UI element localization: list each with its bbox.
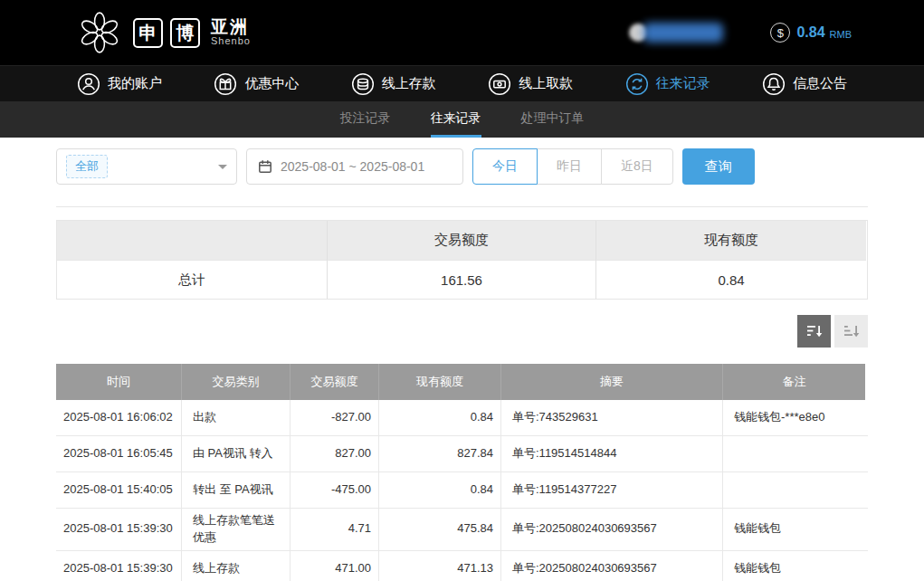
nav-item-promotions[interactable]: 优惠中心 — [214, 72, 299, 96]
summary-header-blank — [57, 221, 327, 260]
main-nav: 我的账户 优惠中心 线上存款 — [0, 65, 924, 101]
table-row: 2025-08-01 15:39:30 线上存款笔笔送优惠 4.71 475.8… — [56, 509, 868, 551]
cell-summary: 单号:743529631 — [500, 400, 722, 435]
last-8-days-button[interactable]: 近8日 — [601, 148, 673, 185]
cell-balance: 471.13 — [378, 551, 500, 581]
logo-region-text: 亚洲 — [211, 18, 251, 36]
balance-display: $ 0.84 RMB — [770, 23, 852, 43]
nav-item-announcements[interactable]: 信息公告 — [762, 72, 847, 96]
tab-betting-records[interactable]: 投注记录 — [340, 101, 391, 138]
query-button[interactable]: 查询 — [682, 148, 755, 185]
cell-amount: 471.00 — [290, 551, 378, 581]
sort-descending-button[interactable] — [797, 315, 831, 348]
cell-balance: 0.84 — [378, 472, 500, 508]
nav-label: 线上取款 — [519, 75, 573, 92]
username-blur — [643, 23, 723, 43]
nav-item-my-account[interactable]: 我的账户 — [77, 72, 162, 96]
summary-total-amount: 161.56 — [327, 260, 595, 299]
logo-char-box: 博 — [170, 18, 200, 48]
sort-bar — [56, 315, 868, 348]
dollar-icon: $ — [770, 23, 790, 43]
bell-icon — [762, 72, 786, 96]
cell-amount: 827.00 — [290, 436, 378, 471]
summary-table: 交易额度 现有额度 总计 161.56 0.84 — [56, 220, 868, 300]
cell-summary: 单号:202508024030693567 — [500, 509, 722, 550]
balance-amount: 0.84 — [796, 24, 824, 41]
nav-label: 线上存款 — [382, 75, 436, 92]
nav-label: 优惠中心 — [244, 75, 299, 92]
cell-time: 2025-08-01 16:06:02 — [56, 400, 181, 435]
col-header-type: 交易类别 — [181, 364, 290, 400]
col-header-balance: 现有额度 — [378, 364, 500, 400]
cell-summary: 单号:119514377227 — [500, 472, 722, 508]
nav-label: 信息公告 — [793, 75, 847, 92]
type-select-value: 全部 — [66, 155, 108, 178]
col-header-amount: 交易额度 — [290, 364, 378, 400]
table-row: 2025-08-01 16:06:02 出款 -827.00 0.84 单号:7… — [56, 400, 868, 436]
tab-transaction-records[interactable]: 往来记录 — [431, 101, 481, 138]
logo-char-box: 申 — [133, 18, 163, 48]
chevron-down-icon — [218, 165, 227, 169]
cell-balance: 827.84 — [378, 436, 500, 471]
cell-amount: -827.00 — [290, 400, 378, 435]
table-row: 2025-08-01 15:40:05 转出 至 PA视讯 -475.00 0.… — [56, 472, 868, 509]
sub-nav: 投注记录 往来记录 处理中订单 — [0, 101, 924, 138]
cell-type: 由 PA视讯 转入 — [181, 436, 290, 471]
gift-icon — [214, 72, 237, 96]
cell-time: 2025-08-01 16:05:45 — [56, 436, 181, 471]
table-row: 2025-08-01 15:39:30 线上存款 471.00 471.13 单… — [56, 551, 868, 581]
yesterday-button[interactable]: 昨日 — [537, 148, 602, 185]
cell-time: 2025-08-01 15:39:30 — [56, 509, 181, 550]
cell-summary: 单号:119514514844 — [500, 436, 722, 471]
col-header-remark: 备注 — [722, 364, 865, 400]
withdraw-icon — [488, 72, 511, 96]
cell-time: 2025-08-01 15:40:05 — [56, 472, 181, 508]
filter-bar: 全部 2025-08-01 ~ 2025-08-01 今日 昨日 近8日 查询 — [56, 148, 868, 185]
logo-subtext: Shenbo — [211, 36, 251, 47]
summary-total-label: 总计 — [57, 260, 327, 299]
cell-remark: 钱能钱包-***e8e0 — [722, 400, 865, 435]
date-shortcut-group: 今日 昨日 近8日 — [472, 148, 673, 185]
exchange-records-icon — [625, 72, 649, 96]
cell-balance: 475.84 — [378, 509, 500, 550]
nav-item-transaction-records[interactable]: 往来记录 — [625, 72, 710, 96]
deposit-icon — [351, 72, 375, 96]
today-button[interactable]: 今日 — [472, 148, 538, 185]
cell-amount: 4.71 — [290, 509, 378, 550]
table-row: 2025-08-01 16:05:45 由 PA视讯 转入 827.00 827… — [56, 436, 868, 472]
site-logo[interactable]: 申 博 亚洲 Shenbo — [77, 10, 251, 55]
cell-amount: -475.00 — [290, 472, 378, 508]
summary-header-balance: 现有额度 — [595, 221, 866, 260]
cell-summary: 单号:202508024030693567 — [500, 551, 722, 581]
masked-username — [629, 20, 727, 45]
cell-type: 线上存款 — [181, 551, 290, 581]
cell-remark: 钱能钱包 — [722, 551, 865, 581]
sort-descending-icon — [805, 322, 824, 340]
nav-item-deposit[interactable]: 线上存款 — [351, 72, 436, 96]
cell-time: 2025-08-01 15:39:30 — [56, 551, 181, 581]
content-area: 全部 2025-08-01 ~ 2025-08-01 今日 昨日 近8日 查询 … — [0, 138, 924, 581]
tab-processing-orders[interactable]: 处理中订单 — [521, 101, 585, 138]
flower-logo-icon — [77, 10, 122, 55]
calendar-icon — [258, 159, 272, 174]
divider — [56, 206, 868, 207]
balance-currency: RMB — [830, 26, 852, 40]
transactions-table: 时间 交易类别 交易额度 现有额度 摘要 备注 2025-08-01 16:06… — [56, 364, 868, 581]
summary-header-amount: 交易额度 — [327, 221, 595, 260]
nav-label: 往来记录 — [656, 75, 710, 92]
top-bar: 申 博 亚洲 Shenbo $ 0.84 RMB — [0, 0, 924, 65]
date-range-input[interactable]: 2025-08-01 ~ 2025-08-01 — [246, 148, 463, 185]
nav-label: 我的账户 — [108, 75, 162, 92]
sort-ascending-button[interactable] — [834, 315, 868, 348]
cell-remark: 钱能钱包 — [722, 509, 865, 550]
type-select[interactable]: 全部 — [56, 148, 237, 185]
cell-type: 转出 至 PA视讯 — [181, 472, 290, 508]
date-range-value: 2025-08-01 ~ 2025-08-01 — [281, 159, 424, 174]
cell-remark — [722, 472, 865, 508]
table-header-row: 时间 交易类别 交易额度 现有额度 摘要 备注 — [56, 364, 868, 400]
cell-balance: 0.84 — [378, 400, 500, 435]
cell-remark — [722, 436, 865, 471]
user-icon — [77, 72, 100, 96]
nav-item-withdraw[interactable]: 线上取款 — [488, 72, 573, 96]
summary-total-balance: 0.84 — [595, 260, 866, 299]
